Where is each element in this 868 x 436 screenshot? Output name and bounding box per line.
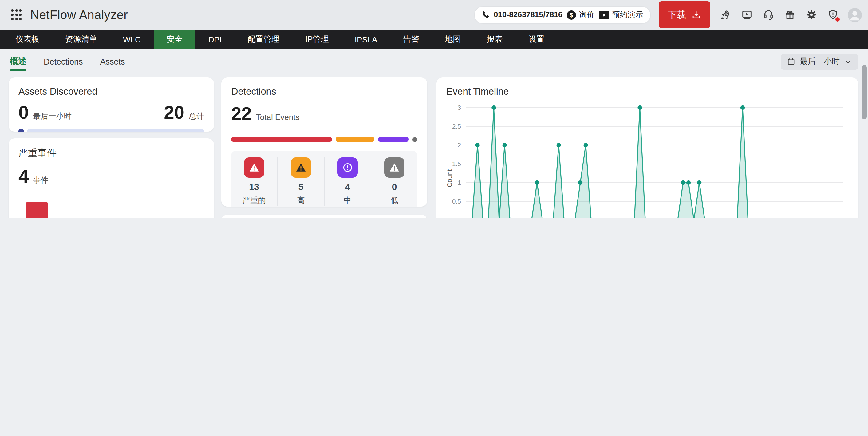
detections-total: 22 [231, 105, 252, 123]
subtab-概述[interactable]: 概述 [10, 49, 26, 74]
nav-item-资源清单[interactable]: 资源清单 [52, 30, 110, 49]
quote-label: 询价 [579, 9, 594, 20]
last-hour-value: 0 [19, 103, 29, 122]
right-column: Event Timeline 00.511.522.53Count02:1502… [436, 78, 858, 218]
quote-link[interactable]: $ 询价 [567, 9, 594, 20]
svg-text:3: 3 [457, 104, 461, 111]
main-nav: 仪表板资源清单WLC安全DPI配置管理IP管理IPSLA告警地图报表设置 [0, 30, 868, 49]
nav-item-配置管理[interactable]: 配置管理 [235, 30, 292, 49]
severity-count: 4 [345, 181, 350, 192]
apps-grid-icon[interactable] [11, 9, 22, 20]
security-shield-alert-icon[interactable] [826, 8, 839, 21]
severity-count: 13 [249, 181, 259, 192]
severity-stacked-bar [231, 137, 417, 142]
total-value: 20 [164, 103, 184, 122]
critical-events-value: 4 [19, 167, 29, 186]
svg-text:1: 1 [457, 179, 461, 186]
top-header: NetFlow Analyzer 010-82637815/7816 $ 询价 … [0, 0, 868, 30]
nav-item-IPSLA[interactable]: IPSLA [342, 30, 390, 49]
subtab-Assets[interactable]: Assets [100, 49, 125, 74]
overview-content: Assets Discovered 0 最后一小时 20 总计 严重事件 [0, 74, 868, 218]
middle-column: Detections 22 Total Events 13严重的5高4中0低 A… [221, 78, 427, 218]
severity-label: 高 [297, 196, 305, 206]
subtabs: 概述DetectionsAssets [10, 49, 142, 74]
severity-segment-高 [335, 137, 374, 142]
nav-item-告警[interactable]: 告警 [390, 30, 432, 49]
contact-pill: 010-82637815/7816 $ 询价 预约演示 [474, 6, 650, 23]
svg-text:Count: Count [446, 169, 453, 187]
whats-new-rocket-icon[interactable] [719, 8, 732, 21]
event-timeline-card: Event Timeline 00.511.522.53Count02:1502… [436, 78, 858, 218]
severity-label: 中 [344, 196, 352, 206]
notification-dot [835, 17, 840, 21]
critical-events-unit: 事件 [33, 175, 48, 186]
severity-cell-严重的: 13严重的 [231, 157, 278, 206]
severity-label: 低 [391, 196, 398, 206]
warning-triangle-icon [291, 157, 311, 178]
user-avatar[interactable] [848, 8, 862, 22]
svg-text:1.5: 1.5 [452, 160, 461, 167]
demo-video-icon [599, 11, 609, 19]
gift-icon[interactable] [783, 8, 796, 21]
severity-label: 严重的 [243, 196, 266, 206]
critical-events-bar-chart [19, 202, 204, 218]
event-timeline-chart: 00.511.522.53Count02:1502:1802:2102:2402… [446, 99, 848, 218]
severity-segment-中 [378, 137, 409, 142]
phone-number: 010-82637815/7816 [494, 10, 562, 19]
severity-breakdown-panel: 13严重的5高4中0低 [231, 151, 417, 207]
card-title: 严重事件 [19, 147, 204, 160]
demo-label: 预约演示 [612, 9, 643, 20]
nav-item-安全[interactable]: 安全 [154, 30, 195, 49]
bar-02:15[interactable] [26, 202, 48, 218]
download-label: 下载 [668, 9, 686, 21]
svg-text:0: 0 [457, 216, 461, 218]
nav-item-仪表板[interactable]: 仪表板 [2, 30, 52, 49]
time-range-dropdown[interactable]: 最后一小时 [781, 53, 858, 70]
dollar-icon: $ [567, 10, 576, 19]
svg-text:0.5: 0.5 [452, 198, 461, 205]
svg-text:2: 2 [457, 141, 461, 148]
security-subtabs: 概述DetectionsAssets 最后一小时 [0, 49, 868, 74]
phone-link[interactable]: 010-82637815/7816 [482, 10, 562, 19]
phone-icon [482, 10, 491, 19]
nav-item-WLC[interactable]: WLC [110, 30, 154, 49]
vertical-scrollbar-thumb[interactable] [862, 65, 867, 119]
severity-zero-dot-低 [412, 137, 417, 142]
svg-text:2.5: 2.5 [452, 123, 461, 130]
detections-total-label: Total Events [256, 113, 300, 122]
subtab-Detections[interactable]: Detections [44, 49, 83, 74]
time-range-value: 最后一小时 [800, 56, 840, 67]
detections-card: Detections 22 Total Events 13严重的5高4中0低 [221, 78, 427, 207]
assets-discovered-values: 0 最后一小时 20 总计 [19, 103, 204, 122]
download-icon [691, 9, 702, 20]
circle-exclamation-icon [338, 157, 358, 178]
nav-item-地图[interactable]: 地图 [432, 30, 474, 49]
last-hour-label: 最后一小时 [33, 111, 71, 122]
demo-link[interactable]: 预约演示 [599, 9, 643, 20]
card-title: Event Timeline [446, 86, 848, 97]
nav-item-DPI[interactable]: DPI [195, 30, 235, 49]
nav-item-设置[interactable]: 设置 [516, 30, 557, 49]
total-label: 总计 [189, 111, 204, 122]
severity-segment-严重的 [231, 137, 332, 142]
tutorial-video-icon[interactable] [740, 8, 753, 21]
left-column: Assets Discovered 0 最后一小时 20 总计 严重事件 [9, 78, 214, 218]
severity-cell-低: 0低 [371, 157, 417, 206]
card-title: Assets Discovered [19, 86, 204, 97]
progress-track [27, 129, 204, 132]
warning-triangle-icon [244, 157, 264, 178]
severity-cell-中: 4中 [324, 157, 371, 206]
nav-item-IP管理[interactable]: IP管理 [292, 30, 342, 49]
severity-cell-高: 5高 [278, 157, 324, 206]
download-button[interactable]: 下载 [659, 1, 710, 28]
chevron-down-icon [844, 58, 852, 65]
app-title: NetFlow Analyzer [30, 8, 128, 22]
active-events-card: Active Events 22 事件 0 已解决 22 总计 [221, 214, 427, 218]
assets-progress-bar [19, 128, 204, 132]
settings-gear-icon[interactable] [805, 8, 817, 21]
critical-events-card: 严重事件 4 事件 02:1502:2502:3502:4502:5503:05… [9, 138, 214, 218]
nav-item-报表[interactable]: 报表 [474, 30, 516, 49]
support-headset-icon[interactable] [762, 8, 775, 21]
assets-discovered-card: Assets Discovered 0 最后一小时 20 总计 [9, 78, 214, 132]
card-title: Detections [231, 86, 417, 97]
